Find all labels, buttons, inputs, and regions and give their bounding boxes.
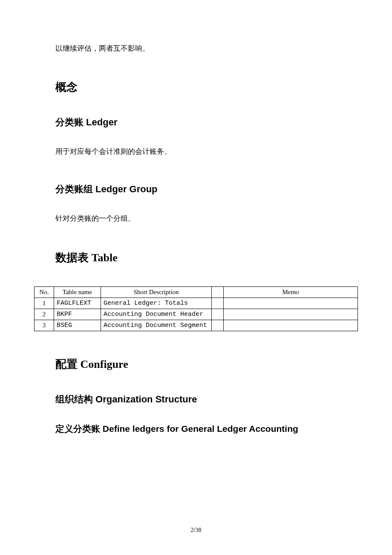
- heading-ledger-group: 分类账组 Ledger Group: [55, 183, 358, 196]
- cell-name: BKPF: [54, 309, 101, 320]
- heading-define-ledgers: 定义分类账 Define ledgers for General Ledger …: [55, 423, 358, 435]
- text-ledger-group: 针对分类账的一个分组。: [55, 213, 358, 224]
- col-header-memo: Memo: [224, 286, 358, 298]
- page-number: 2/38: [0, 527, 392, 534]
- cell-no: 3: [35, 320, 54, 331]
- cell-desc: Accounting Document Segment: [101, 320, 212, 331]
- text-ledger: 用于对应每个会计准则的会计账务。: [55, 146, 358, 157]
- heading-org-structure: 组织结构 Organization Structure: [55, 393, 358, 406]
- cell-empty: [212, 298, 224, 309]
- cell-desc: General Ledger: Totals: [101, 298, 212, 309]
- col-header-name: Table name: [54, 286, 101, 298]
- heading-configure: 配置 Configure: [55, 357, 358, 372]
- cell-memo: [224, 320, 358, 331]
- intro-text: 以继续评估，两者互不影响。: [55, 43, 358, 54]
- table-row: 3 BSEG Accounting Document Segment: [35, 320, 358, 331]
- cell-no: 1: [35, 298, 54, 309]
- cell-empty: [212, 320, 224, 331]
- table-row: 1 FAGLFLEXT General Ledger: Totals: [35, 298, 358, 309]
- col-header-no: No.: [35, 286, 54, 298]
- heading-table: 数据表 Table: [55, 250, 358, 265]
- cell-no: 2: [35, 309, 54, 320]
- heading-concept: 概念: [55, 80, 358, 95]
- cell-empty: [212, 309, 224, 320]
- col-header-empty: [212, 286, 224, 298]
- page-content: 以继续评估，两者互不影响。 概念 分类账 Ledger 用于对应每个会计准则的会…: [0, 0, 392, 477]
- cell-desc: Accounting Document Header: [101, 309, 212, 320]
- cell-memo: [224, 309, 358, 320]
- table-header-row: No. Table name Short Description Memo: [35, 286, 358, 298]
- heading-ledger: 分类账 Ledger: [55, 116, 358, 129]
- cell-name: FAGLFLEXT: [54, 298, 101, 309]
- data-table: No. Table name Short Description Memo 1 …: [34, 286, 358, 331]
- cell-name: BSEG: [54, 320, 101, 331]
- table-row: 2 BKPF Accounting Document Header: [35, 309, 358, 320]
- col-header-desc: Short Description: [101, 286, 212, 298]
- cell-memo: [224, 298, 358, 309]
